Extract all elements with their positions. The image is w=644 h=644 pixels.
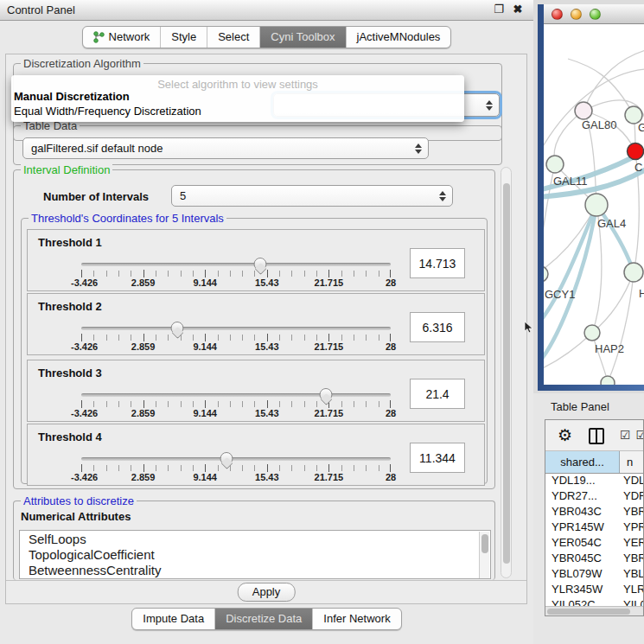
node-label: GCY1 [545,288,575,301]
tick-label: 21.715 [315,472,344,482]
node-label: H [639,287,644,300]
zoom-traffic-light-icon[interactable] [590,9,601,20]
num-intervals-value: 5 [180,189,186,202]
table-row[interactable]: YDL19... YDL1 [545,474,644,489]
stepper-icon [415,143,422,154]
tab-network[interactable]: Network [83,27,161,48]
node-label: GAL11 [553,175,588,188]
control-panel-titlebar: Control Panel ❐ ✖ [0,0,533,21]
slider-thumb[interactable] [253,258,266,271]
column-header-shared-name[interactable]: shared... [545,451,620,473]
table-row[interactable]: YLR345W YLR3 [545,583,644,598]
tick-label: 21.715 [315,277,344,288]
table-row[interactable]: YDR27... YDR2 [545,489,644,505]
dropdown-option-equal-width[interactable]: Equal Width/Frequency Discretization [11,105,464,119]
num-intervals-label: Number of Intervals [43,190,149,203]
network-canvas[interactable]: GAL80 G C GAL11 GAL4 GCY1 H HAP2 [544,24,644,385]
node-hap2[interactable] [584,325,600,341]
group-title-attributes: Attributes to discretize [21,494,137,507]
dropdown-option-manual[interactable]: Manual Discretization [11,90,464,105]
node-gal4[interactable] [585,194,608,216]
tab-select[interactable]: Select [207,27,259,48]
tick-label: 9.144 [193,408,217,418]
threshold-4-slider[interactable] [81,457,391,461]
list-item[interactable]: BetweennessCentrality [20,562,490,577]
threshold-1-slider[interactable] [81,263,391,266]
table-row[interactable]: YPR145W YPR1 [545,520,644,536]
control-panel: Control Panel ❐ ✖ Network Style Select C… [0,0,533,644]
select-columns-checkbox-icons[interactable]: ☑ ☑ [620,428,644,442]
table-row[interactable]: YER054C YER0 [545,536,644,552]
list-item[interactable]: SelfLoops [20,531,490,546]
table-data-group: Table Data galFiltered.sif default node [13,125,502,165]
node-gal80[interactable] [575,102,592,119]
node-selected-red[interactable] [628,143,644,160]
tick-label: 2.859 [131,408,156,418]
tick-label: -3.426 [71,408,98,418]
node-label: C [634,161,642,174]
threshold-2-label: Threshold 2 [38,300,102,313]
attributes-group: Attributes to discretize Numerical Attri… [13,501,495,580]
columns-icon[interactable] [589,428,604,444]
dropdown-placeholder-item[interactable]: Select algorithm to view settings [11,75,464,90]
stepper-icon [486,100,493,111]
threshold-3-slider[interactable] [81,393,391,397]
column-header-name[interactable]: n [620,451,644,473]
node[interactable] [601,376,615,385]
close-icon[interactable]: ✖ [511,3,525,16]
group-title-algorithm: Discretization Algorithm [21,57,143,70]
thresholds-group: Threshold's Coordinates for 5 Intervals … [21,218,488,484]
tab-cyni-toolbox[interactable]: Cyni Toolbox [259,27,345,48]
threshold-2-value-field[interactable] [410,312,465,342]
interval-definition-group: Interval Definition Number of Intervals … [13,169,495,489]
table-row[interactable]: YBL079W YBL0 [545,567,644,583]
slider-ticks [81,465,391,471]
threshold-1-label: Threshold 1 [38,236,102,249]
stepper-icon [439,191,446,201]
minimize-traffic-light-icon[interactable] [571,9,582,20]
threshold-3-value-field[interactable] [410,379,465,409]
slider-thumb[interactable] [319,388,332,401]
table-horizontal-scrollbar[interactable] [545,606,643,615]
threshold-1-value-field[interactable] [410,248,465,278]
gear-icon[interactable]: ⚙ [558,425,572,445]
node-label: GAL80 [582,118,616,131]
node-label: HAP2 [595,342,624,355]
slider-ticks [81,271,391,277]
node-table: ⚙ ☑ ☑ shared... n YDL19... YDL1 YDR27...… [545,419,644,616]
tab-discretize-data[interactable]: Discretize Data [214,609,312,629]
tick-label: 15.43 [255,277,279,288]
tab-impute-data[interactable]: Impute Data [132,609,214,629]
slider-thumb[interactable] [220,452,233,465]
tab-infer-network[interactable]: Infer Network [312,609,400,629]
table-panel-title: Table Panel [551,400,609,413]
tick-label: 15.43 [255,408,279,418]
list-item[interactable]: TopologicalCoefficient [20,546,490,562]
tick-label: 28 [386,277,396,288]
threshold-3-box: Threshold 3 -3.426 2.859 9.144 15.43 [27,360,485,422]
float-window-icon[interactable]: ❐ [492,3,506,16]
slider-thumb[interactable] [170,322,183,335]
tab-style[interactable]: Style [160,27,207,48]
numerical-attributes-list[interactable]: SelfLoops TopologicalCoefficient Between… [19,530,491,579]
table-row[interactable]: YBR045C YBR0 [545,552,644,567]
network-view-window[interactable]: GAL80 G C GAL11 GAL4 GCY1 H HAP2 [538,4,644,391]
threshold-4-value-field[interactable] [410,443,465,473]
node[interactable] [624,263,643,282]
table-panel: Table Panel ⚙ ☑ ☑ shared... n YDL19... Y… [533,393,644,644]
node-gcy1[interactable] [544,266,548,282]
panel-scrollbar[interactable] [501,167,512,578]
apply-button[interactable]: Apply [238,583,296,602]
tick-label: 21.715 [315,408,344,418]
table-row[interactable]: YBR043C YBR0 [545,505,644,520]
table-data-combobox[interactable]: galFiltered.sif default node [22,137,429,159]
num-intervals-combobox[interactable]: 5 [171,185,453,207]
threshold-1-box: Threshold 1 -3.426 2.859 9.144 15.43 [27,229,485,291]
node-gal11[interactable] [546,156,564,173]
threshold-2-slider[interactable] [81,327,391,330]
top-tab-bar: Network Style Select Cyni Toolbox jActiv… [0,26,533,48]
group-title-thresholds: Threshold's Coordinates for 5 Intervals [29,212,226,225]
tab-jactivemnodules[interactable]: jActiveMNodules [346,27,451,48]
list-scrollbar[interactable] [479,532,489,579]
close-traffic-light-icon[interactable] [552,9,563,20]
